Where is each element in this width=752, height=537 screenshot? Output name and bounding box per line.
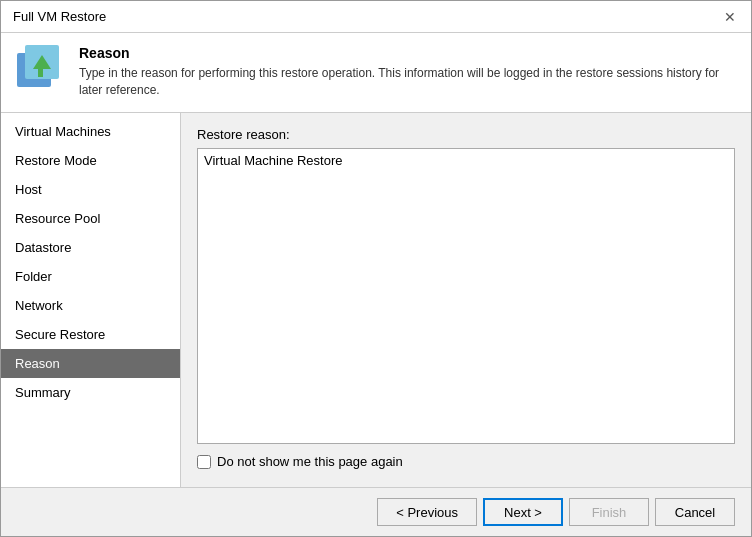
do-not-show-label[interactable]: Do not show me this page again	[217, 454, 403, 469]
footer: < Previous Next > Finish Cancel	[1, 487, 751, 536]
header-description: Type in the reason for performing this r…	[79, 65, 735, 99]
sidebar-item-host[interactable]: Host	[1, 175, 180, 204]
dialog-title: Full VM Restore	[13, 9, 106, 24]
sidebar-item-summary[interactable]: Summary	[1, 378, 180, 407]
full-vm-restore-dialog: Full VM Restore ✕ Reason Type in the rea…	[0, 0, 752, 537]
restore-reason-label: Restore reason:	[197, 127, 735, 142]
sidebar: Virtual MachinesRestore ModeHostResource…	[1, 113, 181, 487]
sidebar-item-reason[interactable]: Reason	[1, 349, 180, 378]
do-not-show-row: Do not show me this page again	[197, 454, 735, 469]
sidebar-item-folder[interactable]: Folder	[1, 262, 180, 291]
header-title: Reason	[79, 45, 735, 61]
header-icon	[17, 45, 65, 93]
sidebar-item-datastore[interactable]: Datastore	[1, 233, 180, 262]
title-bar: Full VM Restore ✕	[1, 1, 751, 33]
previous-button[interactable]: < Previous	[377, 498, 477, 526]
content-area: Virtual MachinesRestore ModeHostResource…	[1, 113, 751, 487]
sidebar-item-virtual-machines[interactable]: Virtual Machines	[1, 117, 180, 146]
cancel-button[interactable]: Cancel	[655, 498, 735, 526]
sidebar-item-network[interactable]: Network	[1, 291, 180, 320]
finish-button[interactable]: Finish	[569, 498, 649, 526]
restore-reason-textarea[interactable]	[197, 148, 735, 444]
header-area: Reason Type in the reason for performing…	[1, 33, 751, 113]
header-text: Reason Type in the reason for performing…	[79, 45, 735, 99]
next-button[interactable]: Next >	[483, 498, 563, 526]
close-button[interactable]: ✕	[721, 8, 739, 26]
arrow-stem-icon	[38, 67, 43, 77]
main-panel: Restore reason: Do not show me this page…	[181, 113, 751, 487]
sidebar-item-resource-pool[interactable]: Resource Pool	[1, 204, 180, 233]
sidebar-item-restore-mode[interactable]: Restore Mode	[1, 146, 180, 175]
sidebar-item-secure-restore[interactable]: Secure Restore	[1, 320, 180, 349]
do-not-show-checkbox[interactable]	[197, 455, 211, 469]
